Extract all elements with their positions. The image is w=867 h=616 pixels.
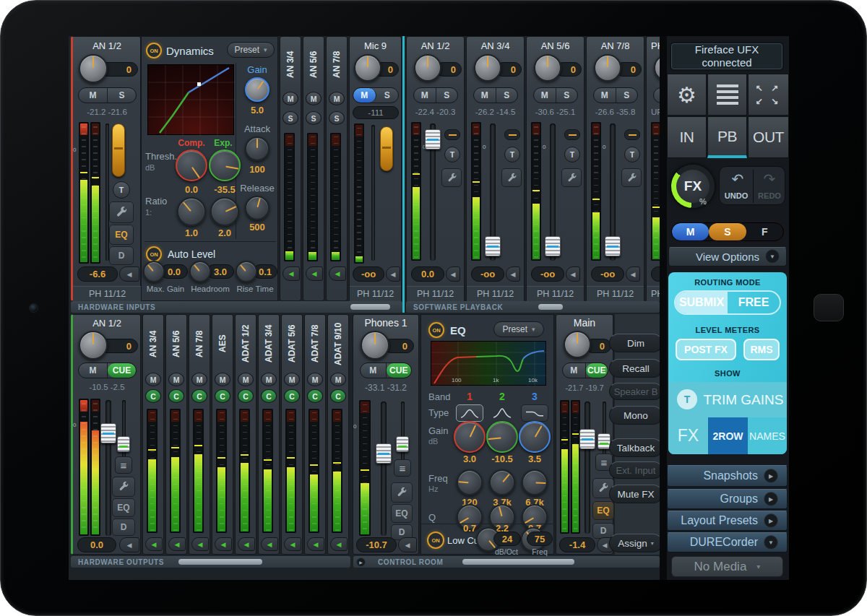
fader[interactable] <box>100 423 116 443</box>
pan-slider[interactable] <box>396 436 409 452</box>
low-cut-on-button[interactable]: ON <box>427 532 444 549</box>
mute-button[interactable]: M <box>353 88 376 103</box>
mute-button[interactable]: M <box>79 363 108 378</box>
outputs-scrollbar[interactable] <box>178 559 262 565</box>
mute-button[interactable]: M <box>534 88 556 103</box>
settings-wrench-button[interactable] <box>112 477 135 497</box>
band3-gain-knob[interactable] <box>519 421 551 453</box>
recall-button[interactable]: Recall <box>609 359 661 378</box>
collapse-button[interactable]: ◀ <box>191 537 209 551</box>
solo-button[interactable]: S <box>556 88 578 103</box>
dynamics-on-button[interactable]: ON <box>146 43 162 58</box>
exp-ratio-knob[interactable] <box>210 197 239 226</box>
cue-button[interactable]: C <box>238 389 254 403</box>
mute-button[interactable]: M <box>307 373 323 386</box>
trim-button[interactable]: T <box>113 181 130 199</box>
gain-knob[interactable] <box>474 54 501 82</box>
output-strip-narrow[interactable]: ADAT 3/4MC◀ <box>258 314 280 555</box>
collapse-button[interactable]: ◀ <box>238 537 255 551</box>
playback-strip[interactable]: AN 1/2 0 MS -22.4 -20.3 0 T 0.0 ◀ PH 11/… <box>406 36 465 301</box>
two-row-button[interactable]: 2ROW <box>708 417 748 454</box>
settings-wrench-button[interactable] <box>391 482 413 503</box>
rms-button[interactable]: RMS <box>743 339 780 360</box>
collapse-button[interactable]: ◀ <box>145 537 163 551</box>
gain-knob[interactable] <box>79 54 108 83</box>
routing-target[interactable]: PH <box>647 286 661 301</box>
band1-gain-knob[interactable] <box>454 421 486 453</box>
band2-type-button[interactable] <box>488 404 516 422</box>
playback-scrollbar[interactable] <box>538 304 563 310</box>
auto-level-on-button[interactable]: ON <box>146 246 162 262</box>
input-strip-narrow[interactable]: AN 3/4 M S ◀ <box>280 36 301 301</box>
mute-master-button[interactable]: M <box>672 223 709 240</box>
gain-knob[interactable] <box>414 54 441 82</box>
routing-target[interactable]: PH 11/12 <box>467 286 524 301</box>
cue-button[interactable]: C <box>261 389 277 403</box>
home-button[interactable] <box>814 294 844 321</box>
mute-button[interactable]: M <box>215 373 230 386</box>
output-strip-narrow[interactable]: AN 7/8MC◀ <box>189 314 210 555</box>
dyn-gain-knob[interactable] <box>245 77 269 102</box>
rise-time-knob[interactable] <box>236 261 257 282</box>
durecorder-expand[interactable]: ▼ <box>764 535 778 550</box>
main-strip[interactable]: Main 0 MCUE -21.7 -19.7 ≡ EQ D -1.4 ◀ <box>556 314 613 555</box>
phones-strip[interactable]: Phones 1 0 MCUE -33.1 -31.2 0 ≡ EQ D -10… <box>353 314 419 555</box>
eq-tab[interactable]: EQ <box>391 504 413 523</box>
mute-button[interactable]: M <box>474 88 496 103</box>
collapse-button[interactable]: ◀ <box>261 537 278 551</box>
output-strip-narrow[interactable]: AN 5/6MC◀ <box>165 314 187 555</box>
routing-target[interactable]: PH 11/12 <box>73 286 142 301</box>
gain-knob[interactable] <box>594 54 621 82</box>
eq-tab[interactable]: EQ <box>112 498 135 517</box>
mute-button[interactable]: M <box>261 373 277 386</box>
cue-button[interactable]: C <box>330 389 346 403</box>
output-strip-narrow[interactable]: AN 3/4MC◀ <box>142 314 164 555</box>
fx-view-button[interactable]: FX <box>668 417 708 454</box>
output-strip-narrow[interactable]: ADAT 5/6MC◀ <box>281 314 303 555</box>
solo-button[interactable]: S <box>282 111 298 125</box>
routing-target[interactable]: PH 11/12 <box>350 286 401 301</box>
pan-control[interactable] <box>624 129 640 140</box>
solo-button[interactable]: S <box>306 111 322 125</box>
fader[interactable] <box>545 236 561 256</box>
comp-thresh-knob[interactable] <box>176 149 207 181</box>
fader[interactable] <box>605 236 621 256</box>
undo-button[interactable]: UNDO <box>720 190 753 201</box>
collapse-button[interactable]: ◀ <box>566 266 580 282</box>
dyn-attack-knob[interactable] <box>245 136 269 161</box>
dim-button[interactable]: Dim <box>609 334 661 352</box>
exp-thresh-knob[interactable] <box>209 149 241 181</box>
band3-type-button[interactable] <box>521 404 548 422</box>
gain-knob[interactable] <box>354 54 381 82</box>
collapse-button[interactable]: ◀ <box>330 537 348 551</box>
mute-button[interactable]: M <box>414 88 436 103</box>
output-strip-narrow[interactable]: ADAT 1/2MC◀ <box>235 314 256 555</box>
channel-menu-button[interactable]: ≡ <box>394 459 411 477</box>
gain-knob[interactable] <box>564 331 591 358</box>
tab-out[interactable]: OUT <box>748 116 789 158</box>
trim-button[interactable]: T <box>564 147 580 162</box>
mute-button[interactable]: M <box>329 92 345 105</box>
fullscreen-button[interactable]: ↖↗↙↘ <box>748 74 789 116</box>
band1-type-button[interactable] <box>456 404 483 422</box>
post-fx-button[interactable]: POST FX <box>676 339 736 360</box>
dynamics-tab[interactable]: D <box>109 246 134 265</box>
cue-button[interactable]: C <box>191 389 207 403</box>
eq-graph[interactable]: 100 1k 10k <box>431 341 546 386</box>
routing-target[interactable]: PH 11/12 <box>407 286 464 301</box>
collapse-button[interactable]: ◀ <box>446 266 460 282</box>
gain-knob[interactable] <box>534 54 561 82</box>
mute-button[interactable]: M <box>330 373 346 386</box>
gain-knob[interactable] <box>79 331 108 360</box>
fx-knob[interactable]: FX % <box>671 165 715 208</box>
gain-fader[interactable] <box>112 123 125 177</box>
trim-gains-row[interactable]: T TRIM GAINS <box>668 382 787 417</box>
ext-input-button[interactable]: Ext. Input <box>609 461 661 479</box>
trim-button[interactable]: T <box>624 147 640 162</box>
dynamics-tab[interactable]: D <box>112 519 135 536</box>
max-gain-knob[interactable] <box>143 261 165 282</box>
view-options-collapse[interactable]: ▼ <box>765 249 780 264</box>
inputs-scrollbar[interactable] <box>350 304 390 310</box>
cue-button[interactable]: CUE <box>586 363 608 378</box>
cue-button[interactable]: C <box>284 389 300 403</box>
